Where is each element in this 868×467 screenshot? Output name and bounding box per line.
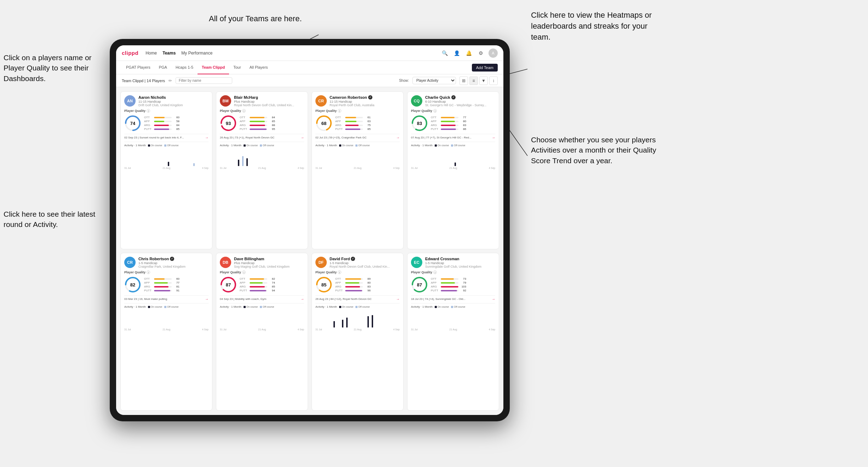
player-card: CR Cameron Robertson ✓ 11-15 Handicap Ro… [312, 91, 404, 249]
list-view-button[interactable]: ≡ [469, 76, 478, 85]
circle-score[interactable]: 68 [315, 115, 332, 132]
chart-labels: 31 Jul 21 Aug 4 Sep [411, 167, 495, 169]
stat-bar-bg [441, 278, 458, 280]
player-name[interactable]: Aaron Nicholls [138, 95, 209, 99]
player-name[interactable]: Blair McHarg [234, 95, 304, 99]
toolbar: Team Clippd | 14 Players ✏ Show: Player … [116, 74, 503, 87]
activity-title: Activity · 1 Month [220, 305, 241, 308]
quality-content: 83 OTT 77 APP 80 ARG 83 PUTT [411, 115, 495, 132]
player-name[interactable]: Chris Robertson ✓ [138, 257, 209, 261]
on-course-legend: On course [339, 306, 353, 308]
stat-bar-fill [154, 117, 165, 118]
grid-view-button[interactable]: ⊞ [459, 76, 468, 85]
settings-icon[interactable]: ⚙ [476, 49, 485, 57]
search-icon[interactable]: 🔍 [440, 49, 449, 57]
stat-bar-bg [441, 290, 458, 291]
stat-label-app: APP [335, 120, 344, 123]
chart-label-mid: 21 Aug [354, 167, 361, 169]
circle-score[interactable]: 87 [220, 276, 237, 293]
player-name[interactable]: Charlie Quick ✓ [425, 95, 495, 99]
tab-team-clippd[interactable]: Team Clippd [198, 61, 229, 74]
round-info: 07 Aug 23 | 77 (+7), St George's Hill GC… [411, 134, 495, 139]
stat-label-putt: PUTT [335, 289, 344, 292]
circle-score[interactable]: 85 [315, 276, 332, 293]
stat-label-ott: OTT [240, 116, 248, 119]
round-arrow[interactable]: → [396, 136, 400, 139]
tab-tour[interactable]: Tour [229, 61, 245, 74]
edit-icon[interactable]: ✏ [169, 78, 172, 83]
tab-hcaps[interactable]: Hcaps 1-5 [171, 61, 198, 74]
circle-score[interactable]: 87 [411, 276, 428, 293]
activity-header: Activity · 1 Month On course Off course [124, 305, 209, 308]
score-value: 87 [417, 282, 422, 287]
on-course-label: On course [151, 306, 162, 308]
nav-teams[interactable]: Teams [162, 49, 176, 57]
stat-bar-bg [250, 286, 267, 287]
on-course-label: On course [151, 144, 162, 147]
sort-button[interactable]: ↕ [489, 76, 498, 85]
stat-bar-fill [154, 129, 169, 130]
stat-value: 80 [364, 281, 371, 284]
circle-score[interactable]: 83 [411, 115, 428, 132]
stat-value: 89 [364, 277, 371, 280]
player-name[interactable]: David Ford ✓ [330, 257, 400, 261]
round-arrow[interactable]: → [301, 136, 304, 139]
round-arrow[interactable]: → [205, 297, 209, 301]
player-handicap: Plus Handicap [234, 100, 304, 103]
view-icons: ⊞ ≡ ▼ ↕ [459, 76, 498, 85]
nav-my-performance[interactable]: My Performance [181, 49, 212, 57]
quality-label: Player Quality i [411, 109, 495, 113]
on-course-legend: On course [244, 144, 258, 147]
stat-bar-fill [250, 278, 264, 280]
on-course-label: On course [438, 306, 449, 308]
tab-pga[interactable]: PGA [155, 61, 171, 74]
stat-bar-fill [345, 117, 356, 118]
circle-score[interactable]: 93 [220, 115, 237, 132]
stat-bar-fill [345, 125, 359, 126]
circle-score[interactable]: 74 [124, 115, 141, 132]
tab-all-players[interactable]: All Players [245, 61, 272, 74]
stat-label-putt: PUTT [240, 289, 248, 292]
round-text: 02 Jul 23 | 59 (+15), Craigmillar Park G… [315, 136, 396, 139]
round-info: 18 Jul 23 | 74 (+4), Sunningdale GC - Ol… [411, 295, 495, 301]
stat-bar-fill [441, 129, 456, 130]
activity-section: Activity · 1 Month On course Off course … [220, 303, 304, 331]
player-name[interactable]: Dave Billingham [234, 257, 304, 261]
circle-score[interactable]: 82 [124, 276, 141, 293]
stat-bar-fill [250, 286, 265, 287]
player-card: DF David Ford ✓ 1-5 Handicap Royal North… [312, 253, 404, 411]
on-course-label: On course [246, 144, 258, 147]
player-name[interactable]: Edward Crossman [425, 257, 495, 261]
round-arrow[interactable]: → [301, 297, 304, 301]
filter-button[interactable]: ▼ [479, 76, 488, 85]
card-header: CQ Charlie Quick ✓ 6-10 Handicap St. Geo… [411, 95, 495, 107]
subnav: PGAT Players PGA Hcaps 1-5 Team Clippd T… [116, 61, 503, 74]
off-course-label: Off course [358, 306, 370, 308]
search-input[interactable] [176, 77, 232, 84]
stat-bar-bg [345, 117, 363, 118]
show-select[interactable]: Player Activity Quality Score Trend [412, 77, 456, 84]
stat-bar-fill [345, 286, 360, 287]
chart-area [315, 148, 400, 166]
round-arrow[interactable]: → [396, 297, 400, 301]
on-course-dot [435, 306, 437, 308]
stat-value: 92 [460, 289, 466, 292]
stat-bar-bg [250, 117, 267, 118]
add-team-button[interactable]: Add Team [472, 64, 498, 72]
chart-label-start: 31 Jul [124, 328, 131, 331]
tab-pgat[interactable]: PGAT Players [122, 61, 155, 74]
card-header: DF David Ford ✓ 1-5 Handicap Royal North… [315, 257, 400, 268]
activity-section: Activity · 1 Month On course Off course [124, 142, 209, 169]
round-arrow[interactable]: → [492, 297, 495, 301]
nav-home[interactable]: Home [145, 49, 157, 57]
avatar[interactable]: A [489, 49, 498, 58]
verified-badge: ✓ [170, 257, 174, 261]
round-arrow[interactable]: → [205, 136, 209, 139]
stat-bar-bg [154, 129, 172, 130]
bell-icon[interactable]: 🔔 [464, 49, 473, 57]
round-arrow[interactable]: → [492, 136, 495, 139]
activity-legend: On course Off course [339, 306, 370, 308]
profile-icon[interactable]: 👤 [452, 49, 461, 57]
player-name[interactable]: Cameron Robertson ✓ [330, 95, 400, 99]
quality-label: Player Quality i [411, 270, 495, 274]
